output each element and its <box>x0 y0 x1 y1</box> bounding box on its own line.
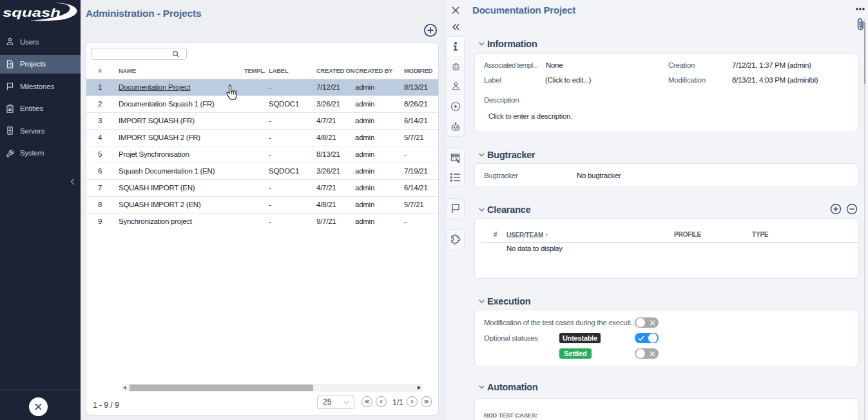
svg-text:squash: squash <box>3 6 61 19</box>
